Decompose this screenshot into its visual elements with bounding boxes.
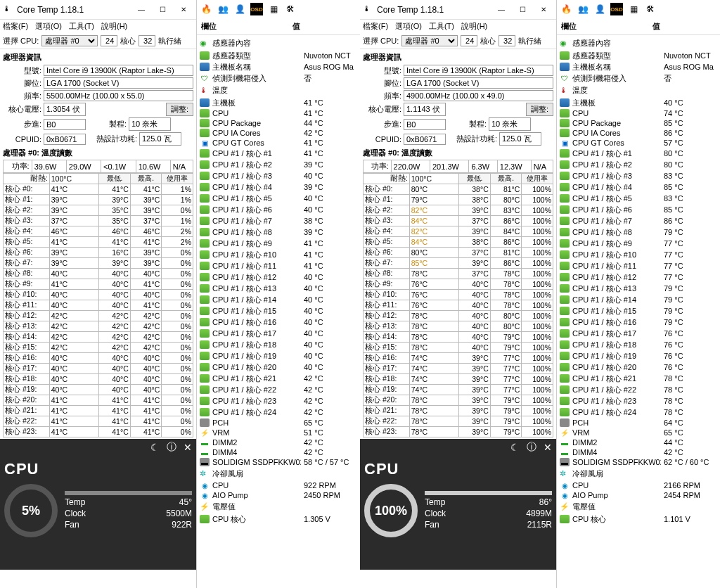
cpu-info-title: 處理器資訊	[3, 51, 193, 64]
temp-row: CPU #1 / 核心 #1277 °C	[560, 271, 717, 283]
temp-row: ▬DIMM442 °C	[200, 447, 357, 457]
checkered-icon[interactable]: ▦	[267, 3, 280, 15]
maximize-button[interactable]: ☐	[153, 3, 172, 17]
core-row: 核心 #2:39°C35°C39°C0%	[4, 205, 193, 216]
menu-item[interactable]: 工具(T)	[69, 21, 94, 32]
group-icon[interactable]: 👥	[577, 3, 589, 15]
menubar: 檔案(F)選項(O)工具(T)說明(H)	[0, 20, 196, 33]
temp-row: CPU #1 / 核心 #1740 °C	[200, 328, 357, 339]
menu-item[interactable]: 檔案(F)	[363, 21, 388, 32]
core-row: 核心 #1:79°C38°C80°C100%	[364, 195, 553, 205]
person-icon[interactable]: 👤	[593, 3, 606, 15]
step-value: B0	[44, 119, 86, 130]
temp-row: CPU #1 / 核心 #738 °C	[200, 215, 357, 226]
sensor-tree: ◉感應器內容感應器類型Nuvoton NCT主機板名稱Asus ROG Ma🛡偵…	[557, 35, 720, 526]
hw-icon[interactable]: 🛠	[644, 3, 657, 15]
info-icon[interactable]: ⓘ	[527, 441, 536, 454]
tdp-value: 125.0 瓦	[499, 132, 541, 146]
close-button[interactable]: ✕	[174, 3, 193, 17]
menu-item[interactable]: 工具(T)	[429, 21, 454, 32]
temp-row: CPU #1 / 核心 #1177 °C	[560, 260, 717, 271]
osd-icon[interactable]: OSD	[610, 3, 623, 15]
osd-icon[interactable]: OSD	[250, 3, 263, 15]
tree-group-fan[interactable]: ✲冷卻風扇	[560, 467, 717, 480]
flame-icon[interactable]: 🔥	[560, 3, 572, 15]
temp-row: CPU #1 / 核心 #2442 °C	[200, 407, 357, 418]
tree-group-volt[interactable]: ⚡電壓值	[200, 500, 357, 513]
cpu-dropdown[interactable]: 處理器 #0	[401, 35, 458, 46]
tune-button[interactable]: 調整:	[166, 103, 193, 116]
cpuid-label: CPUID:	[363, 135, 401, 143]
temp-row: CPU #1 / 核心 #1876 °C	[560, 339, 717, 350]
tune-button[interactable]: 調整:	[526, 103, 553, 116]
cpu-info-title: 處理器資訊	[363, 51, 553, 64]
tree-group-temp[interactable]: 🌡溫度	[200, 84, 357, 97]
minimize-button[interactable]: —	[131, 3, 151, 17]
menu-item[interactable]: 說明(H)	[101, 21, 127, 32]
checkered-icon[interactable]: ▦	[627, 3, 640, 15]
core-row: 核心 #9:41°C40°C41°C0%	[4, 279, 193, 290]
clock-label: Clock	[425, 509, 446, 518]
clock-value: 4899M	[526, 509, 552, 518]
tdp-label: 熱設計功耗:	[448, 134, 497, 144]
core-row: 核心 #3:84°C37°C86°C100%	[364, 216, 553, 226]
group-icon[interactable]: 👥	[217, 3, 229, 15]
temp-row: CPU #1 / 核心 #1077 °C	[560, 249, 717, 260]
threads-count: 32	[139, 35, 155, 46]
temp-row: CPU #1 / 核心 #2076 °C	[560, 362, 717, 373]
tree-group-volt[interactable]: ⚡電壓值	[560, 500, 717, 513]
tree-group-temp[interactable]: 🌡溫度	[560, 84, 717, 97]
core-row: 核心 #3:37°C35°C37°C1%	[4, 216, 193, 226]
info-icon[interactable]: ⓘ	[167, 441, 176, 454]
fan-label: Fan	[425, 520, 439, 530]
menu-item[interactable]: 檔案(F)	[3, 21, 28, 32]
app-title: Core Temp 1.18.1	[17, 5, 131, 15]
person-icon[interactable]: 👤	[233, 3, 246, 15]
core-table: 耐熱:100°C最低.最高.使用率 核心 #0:80°C38°C81°C100%…	[363, 173, 553, 437]
menu-item[interactable]: 選項(O)	[395, 21, 422, 32]
close-icon[interactable]: ✕	[544, 442, 552, 453]
fan-label: Fan	[65, 520, 79, 530]
step-value: B0	[404, 119, 446, 130]
readings-title: 處理器 #0: 溫度讀數	[363, 146, 553, 160]
tree-group-sensor[interactable]: ◉感應器內容	[560, 37, 717, 50]
maximize-button[interactable]: ☐	[513, 3, 532, 17]
tree-group-fan[interactable]: ✲冷卻風扇	[200, 467, 357, 480]
temp-row: CPU #1 / 核心 #2342 °C	[200, 395, 357, 407]
temp-row: CPU #1 / 核心 #1776 °C	[560, 328, 717, 339]
flame-icon[interactable]: 🔥	[200, 3, 212, 15]
core-row: 核心 #22:78°C39°C79°C100%	[364, 416, 553, 427]
cpu-dropdown[interactable]: 處理器 #0	[41, 35, 98, 46]
temp-row: ▬SOLIDIGM SSDPFKKW020X762 °C / 60 °C	[560, 457, 717, 467]
core-table: 耐熱:100°C最低.最高.使用率 核心 #0:41°C41°C41°C1%核心…	[3, 173, 193, 437]
model-label: 型號:	[363, 65, 401, 76]
temp-row: CPU #1 / 核心 #340 °C	[200, 170, 357, 181]
close-icon[interactable]: ✕	[184, 442, 192, 453]
tree-group-sensor[interactable]: ◉感應器內容	[200, 37, 357, 50]
menu-item[interactable]: 說明(H)	[461, 21, 487, 32]
moon-icon[interactable]: ☾	[150, 442, 160, 453]
temp-row: CPU #1 / 核心 #239 °C	[200, 159, 357, 170]
temp-row: CPU #1 / 核心 #540 °C	[200, 193, 357, 204]
hw-icon[interactable]: 🛠	[284, 3, 297, 15]
temp-row: ▣CPU GT Cores57 °C	[560, 138, 717, 148]
temp-row: CPU #1 / 核心 #2242 °C	[200, 384, 357, 395]
temp-row: 主機板41 °C	[200, 97, 357, 108]
close-button[interactable]: ✕	[534, 3, 553, 17]
moon-icon[interactable]: ☾	[510, 442, 520, 453]
temp-row: CPU #1 / 核心 #1976 °C	[560, 350, 717, 362]
coretemp-right: 🌡 Core Temp 1.18.1 — ☐ ✕ 檔案(F)選項(O)工具(T)…	[360, 0, 557, 588]
core-row: 核心 #15:78°C40°C79°C100%	[364, 343, 553, 353]
core-row: 核心 #17:40°C40°C40°C0%	[4, 364, 193, 374]
socket-label: 腳位:	[3, 78, 41, 89]
menu-item[interactable]: 選項(O)	[35, 21, 62, 32]
temp-row: ▬DIMM242 °C	[200, 437, 357, 447]
core-row: 核心 #14:42°C42°C42°C0%	[4, 332, 193, 343]
minimize-button[interactable]: —	[491, 3, 511, 17]
core-row: 核心 #15:42°C42°C42°C0%	[4, 343, 193, 353]
temp-row: CPU #1 / 核心 #1440 °C	[200, 294, 357, 305]
temp-row: CPU #1 / 核心 #2040 °C	[200, 362, 357, 373]
core-row: 核心 #22:41°C41°C41°C0%	[4, 416, 193, 427]
tdp-value: 125.0 瓦	[139, 132, 181, 146]
temp-row: CPU #1 / 核心 #2142 °C	[200, 373, 357, 384]
